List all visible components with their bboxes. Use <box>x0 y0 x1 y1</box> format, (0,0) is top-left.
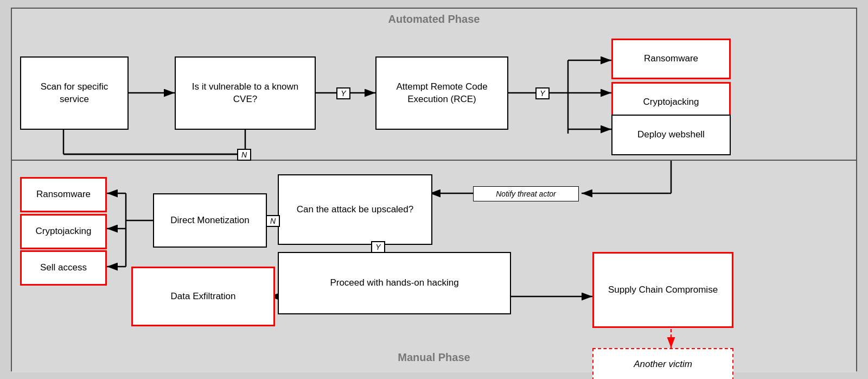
data-exfiltration-box: Data Exfiltration <box>131 267 275 326</box>
cryptojacking-bottom-box: Cryptojacking <box>20 214 107 249</box>
sell-access-box: Sell access <box>20 250 107 286</box>
n1-label: N <box>237 149 251 161</box>
supply-chain-box: Supply Chain Compromise <box>592 252 733 328</box>
ransomware-top-box: Ransomware <box>611 39 731 79</box>
proceed-hacking-box: Proceed with hands-on hacking <box>278 252 511 314</box>
main-diagram: Automated Phase <box>11 8 857 371</box>
another-victim-box: Another victim <box>592 348 733 379</box>
can-upscale-box: Can the attack be upscaled? <box>278 174 432 245</box>
vulnerable-cve-box: Is it vulnerable to a known CVE? <box>175 56 316 130</box>
manual-phase-label: Manual Phase <box>398 351 470 364</box>
notify-threat-actor-label: Notify threat actor <box>473 186 579 201</box>
attempt-rce-box: Attempt Remote Code Execution (RCE) <box>375 56 508 130</box>
y1-label: Y <box>336 87 350 99</box>
n2-label: N <box>266 215 280 227</box>
automated-phase-label: Automated Phase <box>388 13 480 26</box>
direct-monetization-box: Direct Monetization <box>153 193 267 248</box>
scan-service-box: Scan for specific service <box>20 56 129 130</box>
deploy-webshell-box: Deploy webshell <box>611 115 731 155</box>
ransomware-bottom-box: Ransomware <box>20 177 107 212</box>
manual-section: Manual Phase <box>12 161 856 372</box>
y2-label: Y <box>535 87 550 99</box>
y3-label: Y <box>371 241 385 253</box>
automated-section: Automated Phase <box>12 9 856 161</box>
